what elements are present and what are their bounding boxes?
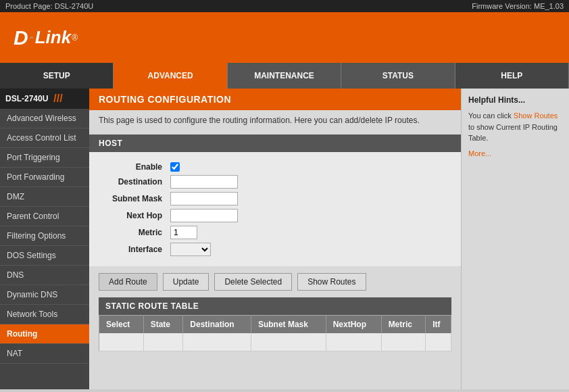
col-state: State (143, 316, 183, 334)
logo-separator: - (30, 30, 34, 45)
firmware-label: Firmware Version: ME_1.03 (472, 2, 564, 10)
sidebar-item-advanced-wireless[interactable]: Advanced Wireless (0, 109, 89, 128)
sidebar-item-access-control-list[interactable]: Access Control List (0, 128, 89, 148)
delete-selected-button[interactable]: Delete Selected (214, 273, 292, 291)
show-routes-link[interactable]: Show Routes (514, 112, 558, 120)
enable-label: Enable (103, 162, 170, 172)
help-text: You can click Show Routes to show Curren… (468, 110, 562, 144)
static-route-section: STATIC ROUTE TABLE Select State Destinat… (99, 297, 451, 351)
update-button[interactable]: Update (163, 273, 209, 291)
subnet-mask-input[interactable] (170, 192, 238, 205)
help-title: Helpful Hints... (468, 95, 562, 105)
route-table: Select State Destination Subnet Mask Nex… (99, 315, 451, 351)
tab-advanced[interactable]: ADVANCED (114, 63, 227, 89)
add-route-button[interactable]: Add Route (99, 273, 157, 291)
logo-registered: ® (72, 33, 78, 43)
col-itf: Itf (426, 316, 451, 334)
sidebar-item-nat[interactable]: NAT (0, 344, 89, 364)
subnet-mask-row: Subnet Mask (89, 192, 461, 205)
enable-row: Enable (89, 162, 461, 172)
static-route-header: STATIC ROUTE TABLE (99, 297, 451, 315)
product-label: Product Page: DSL-2740U (5, 2, 93, 10)
metric-label: Metric (103, 228, 170, 237)
sidebar-item-parent-control[interactable]: Parent Control (0, 207, 89, 226)
destination-label: Destination (103, 177, 170, 187)
interface-select[interactable] (170, 243, 211, 256)
col-nexthop: NextHop (326, 316, 381, 334)
col-select: Select (99, 316, 144, 334)
destination-row: Destination (89, 175, 461, 189)
tab-setup[interactable]: SETUP (0, 63, 114, 89)
metric-input[interactable] (170, 226, 197, 239)
col-metric: Metric (381, 316, 426, 334)
tab-status[interactable]: STATUS (341, 63, 455, 89)
sidebar-icon: /// (53, 93, 62, 105)
sidebar-item-network-tools[interactable]: Network Tools (0, 305, 89, 324)
logo-d: D (14, 26, 28, 49)
destination-input[interactable] (170, 175, 238, 189)
page-description: This page is used to configure the routi… (89, 110, 461, 130)
subnet-mask-label: Subnet Mask (103, 194, 170, 203)
next-hop-label: Next Hop (103, 211, 170, 220)
action-buttons: Add Route Update Delete Selected Show Ro… (89, 266, 461, 297)
sidebar-item-port-forwarding[interactable]: Port Forwarding (0, 168, 89, 187)
table-row-empty (99, 333, 451, 351)
content-area: ROUTING CONFIGURATION This page is used … (89, 89, 461, 389)
top-bar: Product Page: DSL-2740U Firmware Version… (0, 0, 569, 12)
host-form: Enable Destination Subnet Mask Next Hop … (89, 152, 461, 266)
main-layout: DSL-2740U /// Advanced Wireless Access C… (0, 89, 569, 389)
sidebar-product: DSL-2740U /// (0, 89, 89, 109)
next-hop-input[interactable] (170, 209, 238, 222)
logo-link: Link (35, 27, 71, 48)
sidebar: DSL-2740U /// Advanced Wireless Access C… (0, 89, 89, 389)
more-link[interactable]: More... (468, 149, 562, 157)
nav-tabs: SETUP ADVANCED MAINTENANCE STATUS HELP (0, 63, 569, 89)
sidebar-item-filtering-options[interactable]: Filtering Options (0, 226, 89, 246)
host-section-header: HOST (89, 134, 461, 152)
tab-maintenance[interactable]: MAINTENANCE (228, 63, 341, 89)
help-panel: Helpful Hints... You can click Show Rout… (461, 89, 569, 389)
logo: D - Link ® (14, 26, 78, 49)
show-routes-button[interactable]: Show Routes (297, 273, 366, 291)
interface-row: Interface (89, 243, 461, 256)
sidebar-item-dos-settings[interactable]: DOS Settings (0, 246, 89, 266)
tab-help[interactable]: HELP (455, 63, 569, 89)
sidebar-item-port-triggering[interactable]: Port Triggering (0, 148, 89, 168)
interface-label: Interface (103, 245, 170, 254)
enable-checkbox[interactable] (170, 162, 180, 172)
col-destination: Destination (183, 316, 251, 334)
col-subnet-mask: Subnet Mask (251, 316, 326, 334)
metric-row: Metric (89, 226, 461, 239)
sidebar-item-dns[interactable]: DNS (0, 266, 89, 285)
sidebar-item-dmz[interactable]: DMZ (0, 187, 89, 207)
next-hop-row: Next Hop (89, 209, 461, 222)
header: D - Link ® (0, 12, 569, 63)
page-title: ROUTING CONFIGURATION (89, 89, 461, 110)
sidebar-item-dynamic-dns[interactable]: Dynamic DNS (0, 285, 89, 305)
sidebar-item-routing[interactable]: Routing (0, 324, 89, 344)
